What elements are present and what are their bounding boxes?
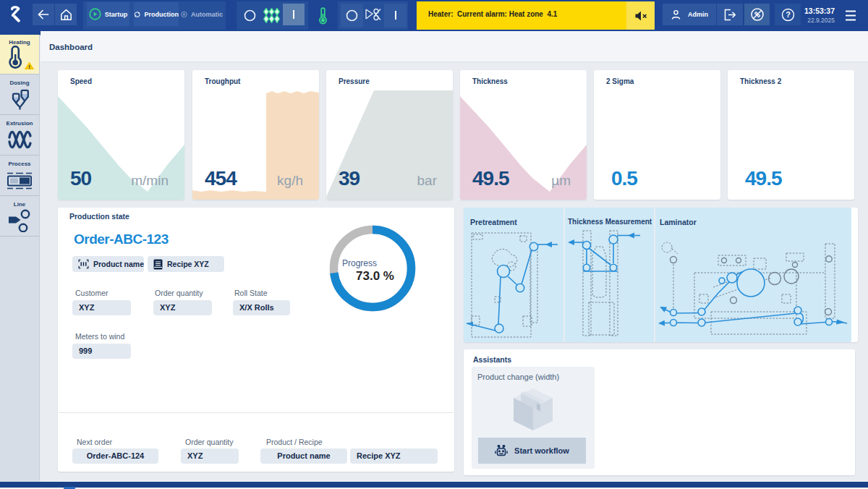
svg-text:!: ! (28, 64, 30, 70)
svg-text:?: ? (786, 10, 791, 19)
